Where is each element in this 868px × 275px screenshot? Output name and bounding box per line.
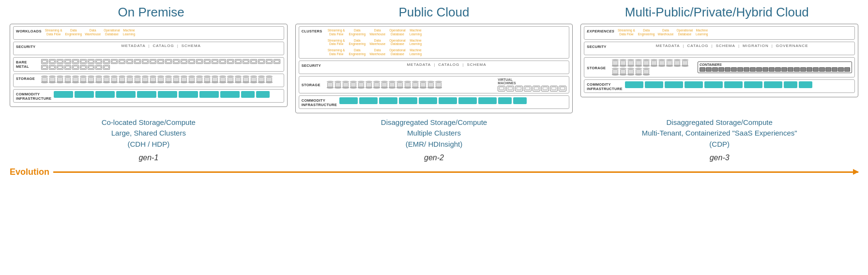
cylinder-icon xyxy=(612,59,619,67)
descriptions: Co-located Storage/ComputeLarge, Shared … xyxy=(10,117,858,150)
col1: WORKLOADS Streaming &Data Flow DataEngin… xyxy=(10,24,288,113)
container-icon xyxy=(775,67,781,72)
wl-tag: DataWarehouse xyxy=(656,28,674,37)
col3-storage-content: CONTAINERS xyxy=(612,59,852,76)
cylinder-icon xyxy=(404,81,411,89)
col2-clusters-label: CLUSTERS xyxy=(302,28,327,33)
col3-security-label: SECURITY xyxy=(587,44,612,49)
col2-storage-label: STORAGE xyxy=(302,82,327,87)
cylinder-icon xyxy=(635,68,642,76)
cylinder-icon xyxy=(651,59,657,67)
server-icon xyxy=(219,59,226,64)
server-icon xyxy=(243,59,249,64)
sec-sep: | xyxy=(683,44,684,48)
desc-col1: Co-located Storage/ComputeLarge, Shared … xyxy=(10,117,288,150)
col3-infra-row: COMMODITYINFRASTRUCTURE xyxy=(584,79,855,93)
columns-header: On Premise Public Cloud Multi-Public/Pri… xyxy=(10,5,858,20)
main-layout: On Premise Public Cloud Multi-Public/Pri… xyxy=(10,5,858,177)
server-icon xyxy=(103,65,110,70)
container-icon xyxy=(706,67,712,72)
cylinder-icon xyxy=(111,76,118,83)
cylinder-icon xyxy=(674,59,681,67)
wl-tag: DataWarehouse xyxy=(84,28,102,37)
container-icon xyxy=(819,67,825,72)
cylinder-icon xyxy=(103,76,110,83)
server-icon xyxy=(134,59,141,64)
cylinder-icon xyxy=(627,59,634,67)
server-icon xyxy=(157,59,164,64)
col1-bare-metal-row: BAREMETAL xyxy=(13,57,284,72)
server-icon xyxy=(111,59,118,64)
col3: EXPERIENCES Streaming &Data Flow DataEng… xyxy=(580,24,858,113)
cylinder-icon xyxy=(658,59,665,67)
sec-sep: | xyxy=(738,44,740,48)
sec-item: METADATA xyxy=(122,44,146,48)
vm-icon xyxy=(541,86,549,92)
infra-bar xyxy=(704,81,723,88)
col2-clusters-content: Streaming &Data Flow DataEngineering Dat… xyxy=(327,28,567,57)
server-icon xyxy=(72,65,79,70)
server-icon xyxy=(142,59,149,64)
vm-icon xyxy=(559,86,566,92)
gen-col2: gen-2 xyxy=(295,153,573,162)
wl-tag: MachineLearning xyxy=(409,38,423,47)
server-icon xyxy=(80,65,87,70)
wl-tag: DataEngineering xyxy=(637,28,656,37)
col3-experiences-label: EXPERIENCES xyxy=(587,28,617,33)
col3-infra-content xyxy=(625,81,852,88)
wl-tag: MachineLearning xyxy=(409,28,423,37)
col2-security-label: SECURITY xyxy=(302,62,327,68)
cluster-row-3: Streaming &Data Flow DataEngineering Dat… xyxy=(327,48,567,57)
cylinder-icon xyxy=(627,68,634,76)
container-icon xyxy=(712,67,718,72)
container-icon xyxy=(825,67,831,72)
col1-bare-metal-label: BAREMETAL xyxy=(16,59,41,69)
sec-item: CATALOG xyxy=(687,44,709,48)
wl-tag: MachineLearning xyxy=(409,48,423,57)
server-icon xyxy=(227,59,234,64)
cylinder-icon xyxy=(165,76,172,83)
infra-bar xyxy=(359,97,378,104)
col2-storage-cylinders xyxy=(327,81,494,89)
col3-security-row: SECURITY METADATA | CATALOG | SCHEMA | M… xyxy=(584,42,855,55)
vm-icon xyxy=(524,86,532,92)
wl-tag: MachineLearning xyxy=(695,28,709,37)
cylinder-icon xyxy=(682,59,688,67)
col2-storage-row: STORAGE xyxy=(299,76,570,93)
infra-bar xyxy=(95,91,115,98)
sec-sep: | xyxy=(712,44,713,48)
server-icon xyxy=(103,59,110,64)
col2-diagram: CLUSTERS Streaming &Data Flow DataEngine… xyxy=(295,24,573,113)
wl-tag: OperationalDatabase xyxy=(675,28,694,37)
wl-tag: DataWarehouse xyxy=(368,38,386,47)
cylinder-icon xyxy=(204,76,211,83)
col1-storage-row: STORAGE xyxy=(13,74,284,87)
server-icon xyxy=(95,59,102,64)
desc-col1-text: Co-located Storage/ComputeLarge, Shared … xyxy=(10,117,288,150)
infra-bar xyxy=(724,81,743,88)
server-icon xyxy=(64,65,71,70)
server-icon xyxy=(72,59,79,64)
container-icon xyxy=(807,67,812,72)
wl-tag: DataEngineering xyxy=(348,28,366,37)
col1-infra-content xyxy=(54,91,281,98)
infra-bar xyxy=(419,97,437,104)
vm-grid xyxy=(498,86,566,92)
container-icon xyxy=(756,67,762,72)
col3-experiences-row: EXPERIENCES Streaming &Data Flow DataEng… xyxy=(584,26,855,40)
infra-bar xyxy=(379,97,397,104)
evolution-label: Evolution xyxy=(10,167,49,177)
gen-col1: gen-1 xyxy=(10,153,288,162)
infra-bar xyxy=(513,97,527,104)
desc-col3: Disaggregated Storage/ComputeMulti-Tenan… xyxy=(580,117,858,150)
cylinder-icon xyxy=(212,76,218,83)
sec-item: SCHEMA xyxy=(467,62,486,67)
col1-workloads-row: WORKLOADS Streaming &Data Flow DataEngin… xyxy=(13,26,284,40)
infra-bar xyxy=(137,91,156,98)
container-icon xyxy=(832,67,838,72)
col1-storage-label: STORAGE xyxy=(16,76,41,81)
wl-tag: OperationalDatabase xyxy=(388,48,407,57)
col3-experiences-content: Streaming &Data Flow DataEngineering Dat… xyxy=(617,28,852,37)
col3-diagram: EXPERIENCES Streaming &Data Flow DataEng… xyxy=(580,24,858,97)
server-icon xyxy=(41,59,48,64)
